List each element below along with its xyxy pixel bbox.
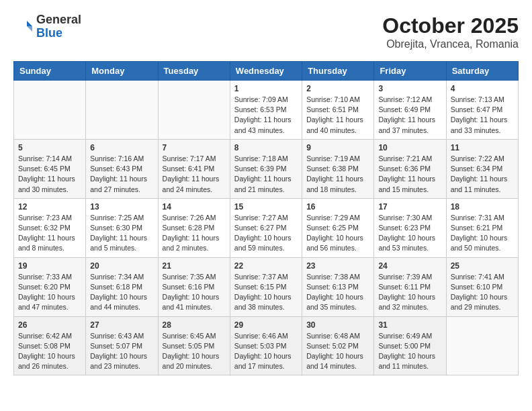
day-number: 31 <box>378 320 441 330</box>
day-number: 6 <box>90 143 153 152</box>
weekday-header: Thursday <box>302 62 374 81</box>
calendar-cell: 22Sunrise: 7:37 AM Sunset: 6:15 PM Dayli… <box>230 257 302 316</box>
calendar-cell: 21Sunrise: 7:35 AM Sunset: 6:16 PM Dayli… <box>158 257 230 316</box>
day-info: Sunrise: 7:10 AM Sunset: 6:51 PM Dayligh… <box>306 95 369 136</box>
day-info: Sunrise: 6:48 AM Sunset: 5:02 PM Dayligh… <box>306 331 369 372</box>
day-info: Sunrise: 7:21 AM Sunset: 6:36 PM Dayligh… <box>378 154 441 195</box>
day-number: 21 <box>163 261 226 271</box>
day-info: Sunrise: 7:26 AM Sunset: 6:28 PM Dayligh… <box>163 213 226 254</box>
day-number: 7 <box>163 143 226 152</box>
calendar-cell: 6Sunrise: 7:16 AM Sunset: 6:43 PM Daylig… <box>86 139 158 198</box>
day-info: Sunrise: 7:38 AM Sunset: 6:13 PM Dayligh… <box>306 272 369 313</box>
day-number: 16 <box>306 202 369 212</box>
day-info: Sunrise: 7:29 AM Sunset: 6:25 PM Dayligh… <box>306 213 369 254</box>
calendar-cell: 23Sunrise: 7:38 AM Sunset: 6:13 PM Dayli… <box>302 257 374 316</box>
calendar-cell: 17Sunrise: 7:30 AM Sunset: 6:23 PM Dayli… <box>374 198 446 257</box>
calendar-cell: 3Sunrise: 7:12 AM Sunset: 6:49 PM Daylig… <box>374 81 446 140</box>
calendar-cell <box>158 81 230 140</box>
day-number: 29 <box>234 320 298 330</box>
day-number: 28 <box>163 320 226 330</box>
day-number: 30 <box>306 320 369 330</box>
day-info: Sunrise: 7:19 AM Sunset: 6:38 PM Dayligh… <box>306 154 369 195</box>
day-number: 22 <box>234 261 298 271</box>
day-info: Sunrise: 7:34 AM Sunset: 6:18 PM Dayligh… <box>90 272 153 313</box>
day-info: Sunrise: 6:49 AM Sunset: 5:00 PM Dayligh… <box>378 331 441 372</box>
calendar-cell: 14Sunrise: 7:26 AM Sunset: 6:28 PM Dayli… <box>158 198 230 257</box>
calendar-cell: 16Sunrise: 7:29 AM Sunset: 6:25 PM Dayli… <box>302 198 374 257</box>
day-number: 15 <box>234 202 298 212</box>
calendar-cell: 9Sunrise: 7:19 AM Sunset: 6:38 PM Daylig… <box>302 139 374 198</box>
day-number: 10 <box>378 143 441 152</box>
day-number: 27 <box>90 320 153 330</box>
calendar-cell: 28Sunrise: 6:45 AM Sunset: 5:05 PM Dayli… <box>158 316 230 375</box>
day-info: Sunrise: 6:45 AM Sunset: 5:05 PM Dayligh… <box>163 331 226 372</box>
day-info: Sunrise: 7:27 AM Sunset: 6:27 PM Dayligh… <box>234 213 298 254</box>
day-info: Sunrise: 7:30 AM Sunset: 6:23 PM Dayligh… <box>378 213 441 254</box>
day-number: 23 <box>306 261 369 271</box>
svg-marker-1 <box>27 21 32 26</box>
calendar-cell: 11Sunrise: 7:22 AM Sunset: 6:34 PM Dayli… <box>446 139 518 198</box>
calendar-cell: 20Sunrise: 7:34 AM Sunset: 6:18 PM Dayli… <box>86 257 158 316</box>
day-info: Sunrise: 7:18 AM Sunset: 6:39 PM Dayligh… <box>234 154 298 195</box>
day-number: 20 <box>90 261 153 271</box>
day-info: Sunrise: 7:23 AM Sunset: 6:32 PM Dayligh… <box>18 213 81 254</box>
calendar-table: SundayMondayTuesdayWednesdayThursdayFrid… <box>13 61 519 375</box>
day-info: Sunrise: 7:39 AM Sunset: 6:11 PM Dayligh… <box>378 272 441 313</box>
day-info: Sunrise: 7:33 AM Sunset: 6:20 PM Dayligh… <box>18 272 81 313</box>
logo: General Blue <box>13 13 81 40</box>
calendar-cell <box>86 81 158 140</box>
calendar-week-row: 5Sunrise: 7:14 AM Sunset: 6:45 PM Daylig… <box>14 139 519 198</box>
day-number: 5 <box>18 143 81 152</box>
calendar-cell: 27Sunrise: 6:43 AM Sunset: 5:07 PM Dayli… <box>86 316 158 375</box>
day-info: Sunrise: 7:35 AM Sunset: 6:16 PM Dayligh… <box>163 272 226 313</box>
day-number: 2 <box>306 84 369 93</box>
weekday-header: Friday <box>374 62 446 81</box>
calendar-cell: 30Sunrise: 6:48 AM Sunset: 5:02 PM Dayli… <box>302 316 374 375</box>
calendar-week-row: 19Sunrise: 7:33 AM Sunset: 6:20 PM Dayli… <box>14 257 519 316</box>
day-number: 8 <box>234 143 298 152</box>
svg-marker-2 <box>27 26 32 32</box>
calendar-cell: 4Sunrise: 7:13 AM Sunset: 6:47 PM Daylig… <box>446 81 518 140</box>
weekday-header: Saturday <box>446 62 518 81</box>
calendar-cell <box>14 81 86 140</box>
day-info: Sunrise: 6:46 AM Sunset: 5:03 PM Dayligh… <box>234 331 298 372</box>
calendar-cell: 26Sunrise: 6:42 AM Sunset: 5:08 PM Dayli… <box>14 316 86 375</box>
month-title: October 2025 <box>382 13 519 38</box>
calendar-cell: 24Sunrise: 7:39 AM Sunset: 6:11 PM Dayli… <box>374 257 446 316</box>
calendar-cell: 13Sunrise: 7:25 AM Sunset: 6:30 PM Dayli… <box>86 198 158 257</box>
calendar-cell: 15Sunrise: 7:27 AM Sunset: 6:27 PM Dayli… <box>230 198 302 257</box>
calendar-week-row: 12Sunrise: 7:23 AM Sunset: 6:32 PM Dayli… <box>14 198 519 257</box>
weekday-header: Tuesday <box>158 62 230 81</box>
day-info: Sunrise: 7:31 AM Sunset: 6:21 PM Dayligh… <box>451 213 514 254</box>
calendar-cell: 31Sunrise: 6:49 AM Sunset: 5:00 PM Dayli… <box>374 316 446 375</box>
day-number: 11 <box>451 143 514 152</box>
calendar-cell: 10Sunrise: 7:21 AM Sunset: 6:36 PM Dayli… <box>374 139 446 198</box>
day-info: Sunrise: 7:16 AM Sunset: 6:43 PM Dayligh… <box>90 154 153 195</box>
day-info: Sunrise: 6:43 AM Sunset: 5:07 PM Dayligh… <box>90 331 153 372</box>
logo-blue-text: Blue <box>36 27 81 40</box>
day-number: 17 <box>378 202 441 212</box>
day-info: Sunrise: 6:42 AM Sunset: 5:08 PM Dayligh… <box>18 331 81 372</box>
day-info: Sunrise: 7:13 AM Sunset: 6:47 PM Dayligh… <box>451 95 514 136</box>
calendar-cell: 8Sunrise: 7:18 AM Sunset: 6:39 PM Daylig… <box>230 139 302 198</box>
weekday-header: Wednesday <box>230 62 302 81</box>
calendar-header-row: SundayMondayTuesdayWednesdayThursdayFrid… <box>14 62 519 81</box>
day-info: Sunrise: 7:09 AM Sunset: 6:53 PM Dayligh… <box>234 95 298 136</box>
calendar-cell: 12Sunrise: 7:23 AM Sunset: 6:32 PM Dayli… <box>14 198 86 257</box>
page-header: General Blue October 2025 Obrejita, Vran… <box>13 13 519 50</box>
calendar-week-row: 1Sunrise: 7:09 AM Sunset: 6:53 PM Daylig… <box>14 81 519 140</box>
day-number: 14 <box>163 202 226 212</box>
location-title: Obrejita, Vrancea, Romania <box>382 38 519 50</box>
day-number: 1 <box>234 84 298 93</box>
logo-icon <box>13 17 34 37</box>
day-number: 25 <box>451 261 514 271</box>
day-info: Sunrise: 7:14 AM Sunset: 6:45 PM Dayligh… <box>18 154 81 195</box>
day-number: 3 <box>378 84 441 93</box>
day-info: Sunrise: 7:25 AM Sunset: 6:30 PM Dayligh… <box>90 213 153 254</box>
weekday-header: Monday <box>86 62 158 81</box>
day-number: 24 <box>378 261 441 271</box>
day-info: Sunrise: 7:37 AM Sunset: 6:15 PM Dayligh… <box>234 272 298 313</box>
calendar-week-row: 26Sunrise: 6:42 AM Sunset: 5:08 PM Dayli… <box>14 316 519 375</box>
day-info: Sunrise: 7:12 AM Sunset: 6:49 PM Dayligh… <box>378 95 441 136</box>
weekday-header: Sunday <box>14 62 86 81</box>
